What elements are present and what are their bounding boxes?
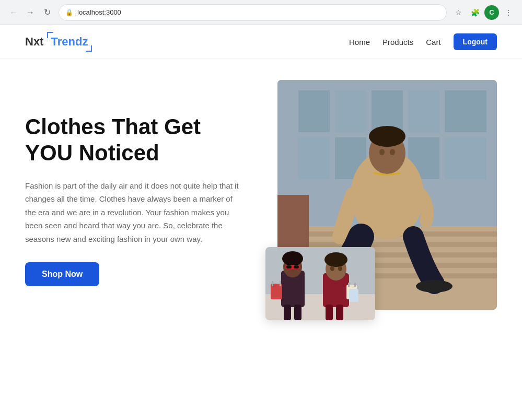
svg-point-26	[416, 280, 453, 293]
extensions-button[interactable]: 🧩	[468, 5, 482, 20]
svg-rect-50	[326, 305, 333, 320]
menu-button[interactable]: ⋮	[501, 5, 516, 20]
browser-chrome: ← → ↻ 🔒 localhost:3000 ☆ 🧩 C ⋮	[0, 0, 522, 25]
navbar: Nxt Trendz Home Products Cart Logout	[0, 25, 522, 59]
nav-cart-link[interactable]: Cart	[426, 38, 440, 46]
bracket-top-left-icon	[47, 32, 53, 38]
refresh-button[interactable]: ↻	[40, 5, 54, 20]
forward-button[interactable]: →	[23, 5, 38, 20]
nav-home-link[interactable]: Home	[349, 38, 370, 46]
svg-rect-5	[408, 90, 439, 132]
svg-rect-2	[298, 90, 330, 132]
svg-point-23	[379, 149, 385, 155]
svg-point-32	[282, 251, 303, 266]
website-content: Nxt Trendz Home Products Cart Logout Clo…	[0, 25, 522, 420]
svg-rect-51	[336, 305, 343, 320]
nav-links: Home Products Cart Logout	[349, 33, 497, 50]
nav-products-link[interactable]: Products	[382, 38, 413, 46]
logo-nxt: Nxt	[25, 35, 43, 49]
logout-button[interactable]: Logout	[454, 33, 497, 50]
star-button[interactable]: ☆	[451, 5, 466, 20]
svg-rect-14	[277, 242, 497, 247]
svg-rect-46	[354, 283, 356, 287]
svg-point-24	[390, 149, 395, 155]
hero-title-line1: Clothes That Get	[25, 114, 201, 139]
shop-now-button[interactable]: Shop Now	[25, 262, 99, 286]
svg-point-43	[338, 266, 342, 271]
hero-secondary-image	[265, 247, 375, 320]
svg-rect-49	[294, 305, 301, 320]
svg-point-22	[369, 126, 405, 147]
logo-bracket: Trendz	[47, 34, 92, 50]
back-button[interactable]: ←	[6, 5, 21, 20]
svg-rect-37	[272, 281, 273, 286]
bracket-bottom-right-icon	[86, 45, 92, 52]
hero-description: Fashion is part of the daily air and it …	[25, 179, 245, 246]
url-text: localhost:3000	[77, 8, 440, 16]
hero-section: Clothes That Get YOU Noticed Fashion is …	[0, 59, 522, 341]
svg-rect-11	[445, 137, 486, 179]
svg-rect-38	[280, 281, 281, 286]
hero-images	[265, 80, 497, 320]
logo[interactable]: Nxt Trendz	[25, 34, 92, 50]
svg-rect-48	[284, 305, 291, 320]
user-avatar[interactable]: C	[484, 5, 499, 20]
svg-rect-7	[298, 137, 330, 179]
browser-actions: ☆ 🧩 C ⋮	[451, 5, 516, 20]
svg-rect-35	[294, 265, 299, 269]
hero-title: Clothes That Get YOU Noticed	[25, 114, 245, 167]
hero-content: Clothes That Get YOU Noticed Fashion is …	[25, 114, 245, 286]
svg-point-42	[330, 266, 334, 271]
svg-rect-45	[348, 283, 350, 287]
lock-icon: 🔒	[65, 9, 73, 16]
svg-rect-6	[445, 90, 486, 132]
svg-point-41	[324, 252, 347, 267]
svg-rect-3	[335, 90, 366, 132]
svg-rect-34	[286, 265, 292, 269]
logo-trendz: Trendz	[47, 34, 92, 50]
browser-nav-buttons: ← → ↻	[6, 5, 54, 20]
hero-title-line2: YOU Noticed	[25, 141, 159, 165]
secondary-image-svg	[265, 247, 375, 320]
svg-rect-47	[349, 289, 358, 302]
address-bar[interactable]: 🔒 localhost:3000	[59, 4, 447, 21]
